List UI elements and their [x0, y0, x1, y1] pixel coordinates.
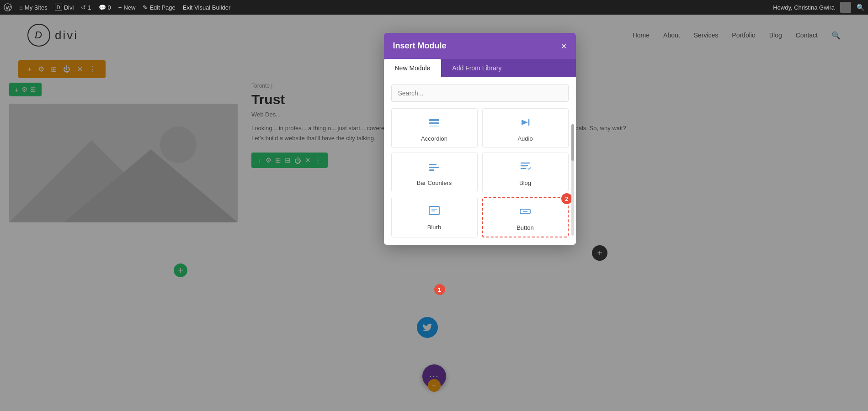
new-icon: + — [118, 4, 122, 11]
pencil-icon: ✎ — [143, 4, 148, 11]
modal-tabs: New Module Add From Library — [384, 59, 576, 77]
svg-rect-12 — [429, 167, 439, 168]
module-grid: Accordion Audio Bar Counters — [391, 108, 569, 237]
svg-text:W: W — [6, 5, 11, 11]
svg-rect-8 — [429, 126, 439, 126]
divi-label: Divi — [64, 4, 74, 11]
comments-link[interactable]: 💬 0 — [99, 4, 111, 11]
my-sites-icon: ⌂ — [19, 4, 23, 11]
edit-page-label: Edit Page — [149, 4, 175, 11]
blurb-icon — [428, 205, 441, 220]
bar-counters-icon — [428, 160, 441, 176]
admin-search-icon[interactable]: 🔍 — [857, 4, 864, 11]
my-sites-link[interactable]: ⌂ My Sites — [19, 4, 48, 11]
svg-rect-13 — [429, 169, 434, 171]
button-module-label: Button — [517, 224, 534, 231]
search-wrapper — [391, 84, 569, 102]
modal-body: Accordion Audio Bar Counters — [384, 77, 576, 245]
tab-add-from-library[interactable]: Add From Library — [441, 59, 512, 77]
svg-marker-9 — [522, 120, 528, 125]
module-audio[interactable]: Audio — [482, 108, 569, 148]
modal-title: Insert Module — [393, 41, 447, 51]
modal-overlay[interactable]: Insert Module × New Module Add From Libr… — [0, 15, 868, 411]
edit-page-link[interactable]: ✎ Edit Page — [143, 4, 175, 11]
comments-icon: 💬 — [99, 4, 106, 11]
insert-module-modal: Insert Module × New Module Add From Libr… — [384, 33, 576, 245]
divi-link[interactable]: D Divi — [55, 4, 74, 11]
module-blurb[interactable]: Blurb — [391, 197, 478, 237]
badge-1: 1 — [434, 284, 445, 295]
module-blog[interactable]: Blog — [482, 153, 569, 192]
module-search-input[interactable] — [391, 84, 569, 102]
updates-count: 1 — [88, 4, 91, 11]
comments-count: 0 — [108, 4, 111, 11]
svg-rect-14 — [429, 206, 439, 215]
module-accordion[interactable]: Accordion — [391, 108, 478, 148]
modal-header: Insert Module × — [384, 33, 576, 59]
svg-rect-11 — [429, 164, 437, 165]
badge-2: 2 — [561, 193, 572, 204]
blog-label: Blog — [519, 179, 531, 186]
accordion-label: Accordion — [421, 135, 447, 142]
bar-counters-label: Bar Counters — [417, 179, 452, 186]
new-label: New — [123, 4, 135, 11]
exit-builder-label: Exit Visual Builder — [183, 4, 231, 11]
accordion-icon — [428, 116, 441, 132]
admin-bar: W ⌂ My Sites D Divi ↺ 1 💬 0 + New ✎ Edit… — [0, 0, 868, 15]
updates-link[interactable]: ↺ 1 — [81, 4, 91, 11]
new-item-link[interactable]: + New — [118, 4, 136, 11]
modal-close-button[interactable]: × — [561, 42, 567, 51]
howdy-text: Howdy, Christina Gwira — [773, 4, 835, 11]
audio-icon — [519, 116, 532, 132]
modal-scrollbar[interactable] — [571, 124, 574, 236]
module-button[interactable]: Button 2 — [482, 197, 569, 237]
module-bar-counters[interactable]: Bar Counters — [391, 153, 478, 192]
blog-icon — [519, 160, 532, 176]
audio-label: Audio — [517, 135, 533, 142]
svg-rect-6 — [429, 119, 439, 121]
blurb-label: Blurb — [427, 224, 441, 231]
user-avatar — [840, 2, 851, 13]
tab-new-module[interactable]: New Module — [384, 59, 442, 77]
exit-builder-link[interactable]: Exit Visual Builder — [183, 4, 231, 11]
updates-icon: ↺ — [81, 4, 86, 11]
svg-rect-7 — [429, 122, 439, 124]
scrollbar-thumb — [571, 124, 574, 161]
wp-logo[interactable]: W — [4, 3, 12, 11]
button-module-icon — [519, 205, 532, 221]
my-sites-label: My Sites — [25, 4, 48, 11]
divi-icon: D — [55, 4, 62, 11]
